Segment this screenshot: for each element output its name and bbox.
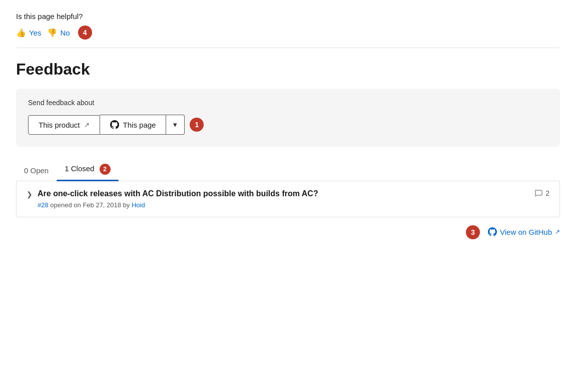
helpful-buttons: 👍 Yes 👎 No 4 (16, 26, 560, 40)
tab-open-label: 0 Open (24, 166, 49, 175)
issue-row: ❯ Are one-click releases with AC Distrib… (16, 181, 560, 217)
issue-author[interactable]: Hoid (132, 201, 145, 209)
feedback-title: Feedback (16, 60, 560, 79)
page-btn-label: This page (123, 121, 156, 129)
issue-meta-text: opened on Feb 27, 2018 by (50, 201, 132, 209)
thumbs-up-icon: 👍 (16, 28, 26, 38)
yes-label: Yes (29, 29, 41, 37)
yes-button[interactable]: 👍 Yes (16, 26, 41, 40)
tabs-row: 0 Open 1 Closed 2 (16, 159, 560, 181)
github-view-icon (488, 227, 497, 236)
issue-title: Are one-click releases with AC Distribut… (38, 189, 318, 198)
tab-open[interactable]: 0 Open (16, 161, 57, 181)
issue-comments-count: 2 (545, 189, 549, 197)
tab-closed[interactable]: 1 Closed 2 (57, 159, 118, 181)
tab-closed-badge: 2 (100, 164, 111, 175)
feedback-card: Send feedback about This product ↗ This … (16, 89, 560, 147)
view-github-label: View on GitHub (500, 228, 552, 236)
send-feedback-label: Send feedback about (28, 99, 548, 107)
tab-closed-label: 1 Closed (65, 164, 94, 173)
thumbs-down-icon: 👎 (47, 28, 57, 38)
page-dropdown-button[interactable]: ▾ (166, 115, 185, 135)
github-badge-3: 3 (466, 225, 480, 239)
this-product-button[interactable]: This product ↗ (28, 115, 100, 135)
helpful-question: Is this page helpful? (16, 12, 560, 21)
this-page-button[interactable]: This page (100, 115, 167, 135)
issue-content: Are one-click releases with AC Distribut… (38, 189, 318, 209)
view-on-github-link[interactable]: View on GitHub ↗ (488, 227, 560, 236)
no-label: No (60, 29, 70, 37)
chevron-down-icon: ▾ (173, 120, 177, 129)
view-github-row: 3 View on GitHub ↗ (16, 227, 560, 236)
feedback-buttons-row: This product ↗ This page ▾ 1 (28, 115, 548, 135)
comment-icon (534, 189, 542, 197)
feedback-badge-1: 1 (190, 118, 204, 132)
helpful-badge: 4 (78, 26, 92, 40)
issue-meta: #28 opened on Feb 27, 2018 by Hoid (38, 201, 318, 209)
issue-expand-chevron[interactable]: ❯ (27, 190, 33, 198)
external-link-icon: ↗ (84, 121, 90, 129)
issue-right: 2 (534, 189, 549, 197)
helpful-section: Is this page helpful? 👍 Yes 👎 No 4 (16, 12, 560, 48)
issue-left: ❯ Are one-click releases with AC Distrib… (27, 189, 318, 209)
issue-number[interactable]: #28 (38, 201, 49, 209)
product-btn-label: This product (39, 121, 80, 129)
view-github-external-icon: ↗ (555, 228, 560, 235)
no-button[interactable]: 👎 No (47, 26, 70, 40)
github-icon (110, 120, 119, 129)
